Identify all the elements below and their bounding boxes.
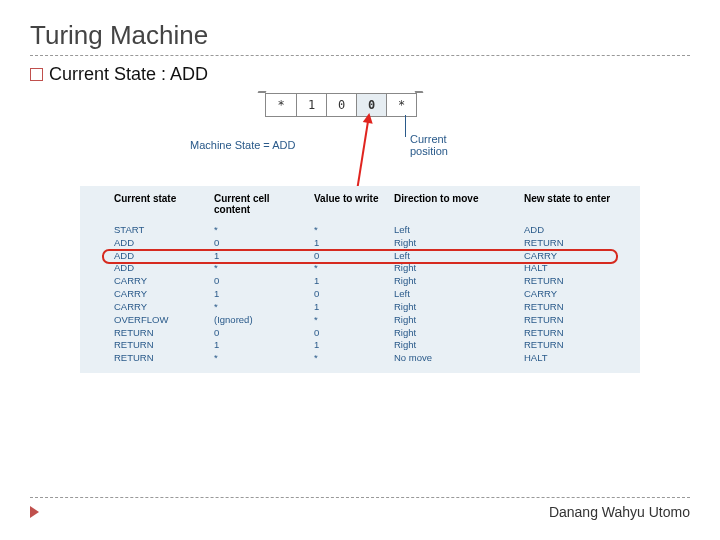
th-value-write: Value to write [310,192,390,216]
table-cell: * [210,301,310,314]
table-cell: Right [390,314,520,327]
table-cell: RETURN [520,314,630,327]
table-cell: 0 [210,327,310,340]
table-cell: CARRY [110,288,210,301]
table-cell: Right [390,262,520,275]
table-row: ADD01RightRETURN [110,237,610,250]
table-cell: (Ignored) [210,314,310,327]
table-cell: CARRY [520,288,630,301]
table-cell: HALT [520,352,630,365]
table-cell: * [310,352,390,365]
table-cell: RETURN [520,237,630,250]
table-row: START**LeftADD [110,224,610,237]
tape-figure: * 1 0 0 * Machine State = ADD Current po… [150,91,570,186]
table-row: OVERFLOW(Ignored)*RightRETURN [110,314,610,327]
tape-cell: 0 [326,94,356,116]
table-cell: Right [390,327,520,340]
table-cell: START [110,224,210,237]
table-cell: 1 [210,250,310,263]
transition-table: Current state Current cell content Value… [80,186,640,373]
table-cell: 1 [310,339,390,352]
footer-divider [30,497,690,498]
table-cell: CARRY [110,275,210,288]
table-cell: * [310,314,390,327]
current-position-label: Current position [410,133,448,157]
table-cell: 0 [310,250,390,263]
table-cell: * [210,352,310,365]
table-cell: Right [390,237,520,250]
table-cell: 0 [310,327,390,340]
tape-cell: * [266,94,296,116]
table-cell: 0 [310,288,390,301]
table-cell: RETURN [110,327,210,340]
author-name: Danang Wahyu Utomo [549,504,690,520]
table-cell: Right [390,275,520,288]
table-row: ADD**RightHALT [110,262,610,275]
pointer-line-icon [405,115,406,137]
table-cell: 1 [210,339,310,352]
title-divider [30,55,690,56]
table-cell: Right [390,339,520,352]
table-cell: Left [390,288,520,301]
th-cell-content: Current cell content [210,192,310,216]
table-cell: 0 [210,275,310,288]
table-header-row: Current state Current cell content Value… [110,192,610,216]
table-cell: Right [390,301,520,314]
th-current-state: Current state [110,192,210,216]
tape: * 1 0 0 * [265,93,417,117]
table-row: RETURN**No moveHALT [110,352,610,365]
th-new-state: New state to enter [520,192,630,216]
table-cell: CARRY [520,250,630,263]
table-cell: * [310,262,390,275]
table-cell: HALT [520,262,630,275]
page-title: Turing Machine [30,20,690,51]
tape-cell: * [386,94,416,116]
table-cell: * [210,224,310,237]
machine-state-label: Machine State = ADD [190,139,295,151]
footer-arrow-icon [30,506,39,518]
table-cell: No move [390,352,520,365]
table-cell: RETURN [110,352,210,365]
slide: Turing Machine Current State : ADD * 1 0… [0,0,720,540]
table-cell: Left [390,250,520,263]
table-cell: 1 [210,288,310,301]
table-cell: * [310,224,390,237]
table-row: RETURN11RightRETURN [110,339,610,352]
table-cell: ADD [110,262,210,275]
table-row: CARRY*1RightRETURN [110,301,610,314]
table-row: RETURN00RightRETURN [110,327,610,340]
table-cell: 1 [310,301,390,314]
table-cell: ADD [110,250,210,263]
table-cell: 0 [210,237,310,250]
bullet-text: Current State : ADD [49,64,208,85]
table-cell: CARRY [110,301,210,314]
table-cell: RETURN [520,339,630,352]
table-cell: RETURN [110,339,210,352]
table-row: ADD10LeftCARRY [110,250,610,263]
table-cell: * [210,262,310,275]
table-cell: RETURN [520,327,630,340]
current-position-label-1: Current [410,133,448,145]
table-row: CARRY10LeftCARRY [110,288,610,301]
tape-cell: 1 [296,94,326,116]
current-position-label-2: position [410,145,448,157]
table-row: CARRY01RightRETURN [110,275,610,288]
table-cell: Left [390,224,520,237]
table-cell: 1 [310,275,390,288]
tape-notch-right [415,91,424,93]
bullet-item: Current State : ADD [30,64,690,85]
table-cell: RETURN [520,275,630,288]
th-direction: Direction to move [390,192,520,216]
table-cell: OVERFLOW [110,314,210,327]
bullet-box-icon [30,68,43,81]
footer: Danang Wahyu Utomo [30,497,690,520]
table-cell: RETURN [520,301,630,314]
table-cell: ADD [110,237,210,250]
table-cell: 1 [310,237,390,250]
table-cell: ADD [520,224,630,237]
